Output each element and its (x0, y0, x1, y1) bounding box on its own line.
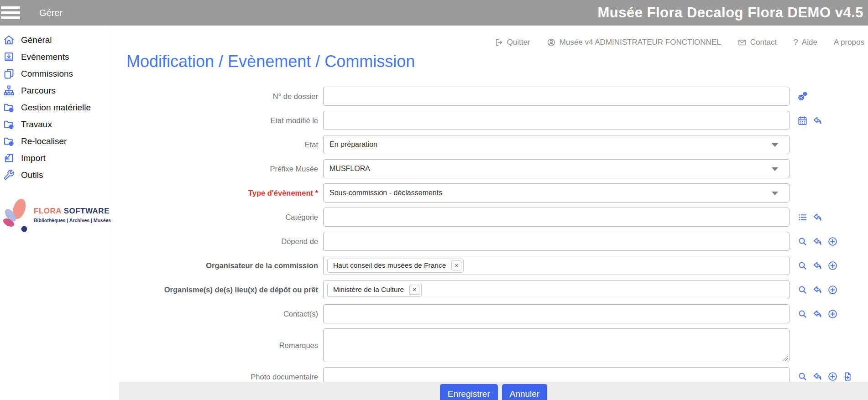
search-icon[interactable] (797, 236, 808, 247)
help-label: Aide (802, 38, 817, 47)
etat-modifie-input[interactable] (323, 111, 790, 130)
add-circle-icon[interactable] (827, 236, 838, 247)
sidebar-item-label: Re-localiser (21, 136, 67, 146)
search-icon[interactable] (797, 285, 808, 295)
type-evenement-select[interactable]: Sous-commission - déclassements (323, 183, 790, 203)
field-row-organisateur: Organisateur de la commission Haut conse… (112, 256, 868, 275)
sidebar-item-label: Général (21, 35, 52, 45)
page-title: Modification / Evènement / Commission (126, 52, 868, 71)
type-evenement-select-value: Sous-commission - déclassements (329, 189, 442, 197)
doc-add-icon[interactable] (842, 371, 853, 382)
field-row-etat-modifie: Etat modifié le (112, 111, 868, 130)
edit-form: N° de dossier Etat modifié le (112, 87, 868, 386)
prefixe-select[interactable]: MUSFLORA (323, 159, 790, 178)
undo-icon[interactable] (812, 285, 823, 295)
add-circle-icon[interactable] (827, 371, 838, 382)
folder-globe-icon (3, 119, 15, 130)
contact-link[interactable]: Contact (737, 38, 777, 47)
categorie-label: Catégorie (112, 213, 318, 222)
brand-tagline: Bibliothèques | Archives | Musées (34, 218, 111, 223)
sidebar-item-label: Import (21, 153, 46, 163)
main-content: Quitter Musée v4 ADMINISTRATEUR FONCTION… (112, 26, 868, 400)
hamburger-menu-icon[interactable] (0, 6, 20, 19)
sidebar-item-commissions[interactable]: Commissions (0, 65, 112, 82)
about-label: A propos (834, 38, 864, 47)
dossier-label: N° de dossier (112, 92, 318, 101)
chevron-down-icon (772, 192, 778, 195)
field-row-contacts: Contact(s) (112, 304, 868, 323)
add-circle-icon[interactable] (827, 285, 838, 295)
flora-petals-icon (2, 197, 30, 233)
brand-primary: FLORA (34, 207, 61, 215)
remarques-textarea[interactable] (323, 328, 790, 362)
undo-icon[interactable] (812, 260, 823, 271)
folder-globe-icon (3, 135, 15, 147)
chevron-down-icon (772, 143, 778, 147)
current-user[interactable]: Musée v4 ADMINISTRATEUR FONCTIONNEL (547, 38, 721, 47)
sidebar-item-gestion-materielle[interactable]: Gestion matérielle (0, 99, 112, 116)
organisme-chipbox[interactable]: Ministère de la Culture × (323, 280, 790, 299)
dossier-input[interactable] (323, 87, 790, 106)
app-title: Musée Flora Decalog Flora DEMO v4.5 (597, 5, 868, 21)
sidebar-item-parcours[interactable]: Parcours (0, 82, 112, 99)
help-link[interactable]: ? Aide (793, 37, 817, 47)
resize-grip-icon[interactable] (783, 355, 788, 361)
undo-icon[interactable] (812, 236, 823, 247)
application-window: Gérer Musée Flora Decalog Flora DEMO v4.… (0, 0, 868, 400)
undo-icon[interactable] (812, 115, 823, 126)
sidebar-item-label: Parcours (21, 86, 56, 96)
import-icon (3, 152, 15, 164)
remarques-label: Remarques (112, 341, 318, 350)
chip-remove-icon[interactable]: × (451, 260, 461, 270)
contacts-input[interactable] (323, 304, 790, 323)
sidebar-item-travaux[interactable]: Travaux (0, 116, 112, 133)
sitemap-icon (3, 85, 15, 96)
pages-icon (3, 68, 15, 79)
sidebar-item-import[interactable]: Import (0, 150, 112, 166)
list-icon[interactable] (797, 212, 808, 223)
chip-label: Haut conseil des musées de France (333, 261, 446, 270)
undo-icon[interactable] (812, 212, 823, 223)
quit-link[interactable]: Quitter (494, 38, 530, 47)
field-row-dossier: N° de dossier (112, 87, 868, 106)
envelope-icon (737, 38, 747, 47)
gears-icon[interactable] (797, 91, 808, 102)
sidebar-item-label: Outils (21, 170, 43, 180)
sidebar-item-evenements[interactable]: Evènements (0, 48, 112, 65)
chip-remove-icon[interactable]: × (409, 285, 419, 295)
action-bar: Enregistrer Annuler (119, 382, 868, 400)
sidebar-item-outils[interactable]: Outils (0, 166, 112, 183)
save-button[interactable]: Enregistrer (440, 384, 498, 400)
sidebar-item-label: Commissions (21, 69, 73, 79)
add-circle-icon[interactable] (827, 260, 838, 271)
chip-label: Ministère de la Culture (333, 286, 404, 294)
user-label: Musée v4 ADMINISTRATEUR FONCTIONNEL (559, 38, 721, 47)
cancel-button[interactable]: Annuler (502, 384, 548, 400)
menu-label[interactable]: Gérer (39, 8, 63, 18)
add-circle-icon[interactable] (827, 309, 838, 319)
undo-icon[interactable] (812, 371, 823, 382)
organisateur-label: Organisateur de la commission (112, 261, 318, 270)
calendar-icon[interactable] (797, 115, 808, 126)
flora-software-logo: FLORA SOFTWARE Bibliothèques | Archives … (2, 197, 112, 233)
search-icon[interactable] (797, 371, 808, 382)
organisateur-chipbox[interactable]: Haut conseil des musées de France × (323, 256, 790, 275)
categorie-input[interactable] (323, 208, 790, 227)
depend-de-input[interactable] (323, 232, 790, 251)
undo-icon[interactable] (812, 309, 823, 319)
type-evenement-label: Type d'évènement * (112, 189, 318, 197)
sidebar-item-label: Gestion matérielle (21, 103, 91, 113)
field-row-etat: Etat En préparation (112, 135, 868, 154)
etat-select[interactable]: En préparation (323, 135, 790, 154)
search-icon[interactable] (797, 260, 808, 271)
sidebar-item-general[interactable]: Général (0, 31, 112, 48)
photo-label: Photo documentaire (112, 373, 318, 381)
contacts-label: Contact(s) (112, 310, 318, 318)
etat-label: Etat (112, 140, 318, 149)
field-row-remarques: Remarques (112, 328, 868, 362)
etat-modifie-label: Etat modifié le (112, 116, 318, 125)
search-icon[interactable] (797, 309, 808, 319)
inbox-arrow-icon (3, 51, 15, 62)
about-link[interactable]: A propos (834, 38, 864, 47)
sidebar-item-relocaliser[interactable]: Re-localiser (0, 133, 112, 150)
